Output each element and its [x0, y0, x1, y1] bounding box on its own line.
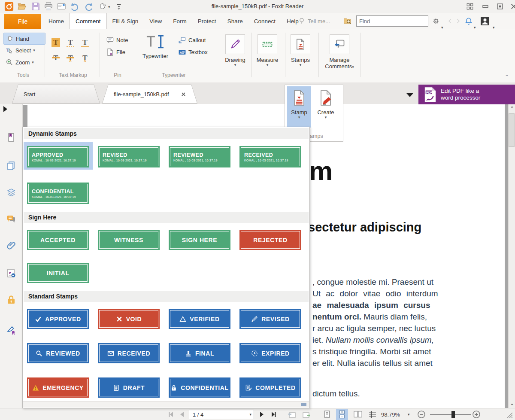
undo-icon[interactable] [70, 2, 79, 11]
resize-grip-icon[interactable] [505, 410, 513, 419]
panel-scrollbar-track[interactable] [23, 401, 309, 408]
scroll-up-icon[interactable]: ⌃ [509, 106, 515, 111]
facing-view-icon[interactable] [353, 410, 363, 419]
scroll-down-icon[interactable]: ⌄ [509, 401, 515, 406]
stamp-draft[interactable]: DRAFT [98, 377, 160, 398]
zoom-out-icon[interactable] [417, 410, 426, 419]
find-input[interactable] [357, 18, 437, 24]
tab-close-icon[interactable] [181, 92, 186, 97]
panel-scrollbar-thumb[interactable] [301, 403, 306, 406]
stamp-verified[interactable]: VERIFIED [169, 309, 230, 329]
more-tools-dropdown-icon[interactable] [406, 93, 413, 97]
page-number-value[interactable]: 1 / 4 [189, 411, 249, 418]
insert-text-icon[interactable]: T^ [79, 52, 91, 64]
menu-tab-fill-sign[interactable]: Fill & Sign [107, 13, 144, 29]
customize-toolbar-icon[interactable] [114, 2, 124, 11]
stamp-completed[interactable]: COMPLETED [239, 377, 301, 398]
stamp-initial[interactable]: INITIAL [27, 263, 89, 283]
stamp-reviewed[interactable]: REVIEWEDKOMAL , 16-03-2021, 16:37:19 [169, 146, 230, 167]
file-menu-button[interactable]: File [4, 14, 41, 29]
sidebar-bookmarks-icon[interactable] [6, 132, 16, 143]
print-icon[interactable] [44, 2, 53, 11]
menu-tab-form[interactable]: Form [167, 13, 192, 29]
zoom-button[interactable]: Zoom▾ [3, 57, 45, 68]
hand-button[interactable]: Hand [3, 33, 45, 45]
create-stamp-button[interactable]: Create ▾ [314, 86, 338, 128]
zoom-slider-track[interactable] [430, 414, 471, 415]
stamp-rejected[interactable]: REJECTED [239, 230, 301, 250]
email-icon[interactable] [57, 2, 66, 11]
stamp-final[interactable]: FINAL [169, 343, 230, 363]
forward-chevron-icon[interactable] [455, 18, 461, 24]
hand-tool-icon[interactable] [98, 2, 107, 11]
zoom-in-icon[interactable] [472, 410, 481, 419]
sidebar-layers-icon[interactable] [6, 187, 16, 198]
sidebar-security-icon[interactable] [6, 295, 16, 305]
callout-button[interactable]: Callout [176, 34, 208, 46]
avatar[interactable] [480, 16, 490, 26]
zoom-percentage[interactable]: 98.79% [381, 411, 400, 418]
underline-text-icon[interactable]: T [79, 36, 91, 48]
gear-icon[interactable] [432, 17, 440, 25]
tab-file[interactable]: file-sample_150kB.pdf [102, 85, 197, 103]
stamp-revised[interactable]: REVISED [239, 309, 301, 329]
previous-view-icon[interactable] [287, 410, 297, 419]
bell-icon[interactable] [464, 17, 473, 25]
next-page-icon[interactable] [258, 410, 266, 419]
stamp-sign-here[interactable]: SIGN HERE [169, 230, 230, 250]
zoom-slider-thumb[interactable] [451, 411, 455, 418]
page-dropdown-icon[interactable]: ▾ [249, 413, 251, 417]
stamp-reviewed[interactable]: REVIEWED [27, 343, 89, 363]
stamp-received[interactable]: RECEIVED [98, 343, 160, 363]
tab-start[interactable]: Start [12, 85, 100, 103]
drawing-button[interactable]: Drawing ▾ [220, 34, 250, 67]
note-button[interactable]: Note [104, 34, 130, 46]
menu-tab-connect[interactable]: Connect [248, 13, 281, 29]
highlight-text-icon[interactable]: T [50, 36, 62, 48]
folder-search-icon[interactable] [343, 17, 352, 25]
sidebar-attachments-icon[interactable] [6, 240, 16, 251]
close-icon[interactable] [510, 3, 515, 10]
sidebar-expand-icon[interactable] [3, 106, 7, 112]
manage-comments-button[interactable]: Manage Comments▾ [322, 34, 357, 70]
menu-tab-home[interactable]: Home [43, 13, 70, 29]
last-page-icon[interactable] [270, 410, 278, 419]
stamp-witness[interactable]: WITNESS [98, 230, 160, 250]
scrollbar-thumb[interactable] [509, 113, 515, 147]
sidebar-signatures-icon[interactable]: e [6, 268, 16, 278]
edit-pdf-promo-banner[interactable]: PDF Edit PDF like aword processor [418, 85, 515, 104]
panel-splitter[interactable] [23, 105, 27, 127]
stamp-emergency[interactable]: EMERGENCY [27, 377, 89, 398]
maximize-icon[interactable] [496, 3, 504, 10]
stamp-void[interactable]: VOID [98, 309, 160, 329]
zoom-dropdown-icon[interactable]: ▾ [408, 413, 416, 420]
collapse-ribbon-icon[interactable]: ⌃ [505, 74, 509, 80]
single-page-view-icon[interactable] [323, 410, 331, 419]
vertical-scrollbar[interactable]: ⌃ ⌄ [508, 104, 515, 408]
select-button[interactable]: T Select▾ [3, 45, 45, 56]
menu-tab-comment[interactable]: Comment [70, 13, 107, 29]
stamp-button[interactable]: Stamp ▾ [287, 86, 311, 128]
stamp-expired[interactable]: EXPIRED [239, 343, 301, 363]
stamp-received[interactable]: RECEIVEDKOMAL , 16-03-2021, 16:37:19 [239, 146, 301, 167]
minimize-icon[interactable] [482, 3, 489, 10]
pin-file-button[interactable]: File [104, 46, 127, 58]
sidebar-pages-icon[interactable] [6, 161, 16, 171]
tell-me[interactable]: Tell me... [298, 13, 330, 29]
open-file-icon[interactable] [17, 2, 27, 11]
stamp-approved[interactable]: APPROVED [27, 309, 89, 329]
stamp-approved[interactable]: APPROVEDKOMAL , 16-03-2021, 16:37:19 [27, 146, 89, 167]
squiggly-underline-icon[interactable]: T [64, 36, 76, 48]
previous-page-icon[interactable] [178, 410, 186, 419]
save-icon[interactable] [31, 2, 40, 11]
page-number-box[interactable]: 1 / 4 ▾ [189, 410, 254, 419]
menu-tab-view[interactable]: View [144, 13, 167, 29]
textbox-button[interactable]: A Textbox [176, 46, 210, 58]
measure-button[interactable]: Measure ▾ [252, 34, 282, 67]
stamp-confidential[interactable]: CONFIDENTIALKOMAL , 16-03-2021, 16:37:19 [27, 183, 89, 204]
sidebar-sign-icon[interactable] [6, 325, 16, 335]
stamp-accepted[interactable]: ACCEPTED [27, 230, 89, 250]
stamp-revised[interactable]: REVISEDKOMAL , 16-03-2021, 16:37:19 [98, 146, 160, 167]
fit-width-icon[interactable] [367, 410, 378, 419]
menu-tab-protect[interactable]: Protect [192, 13, 222, 29]
